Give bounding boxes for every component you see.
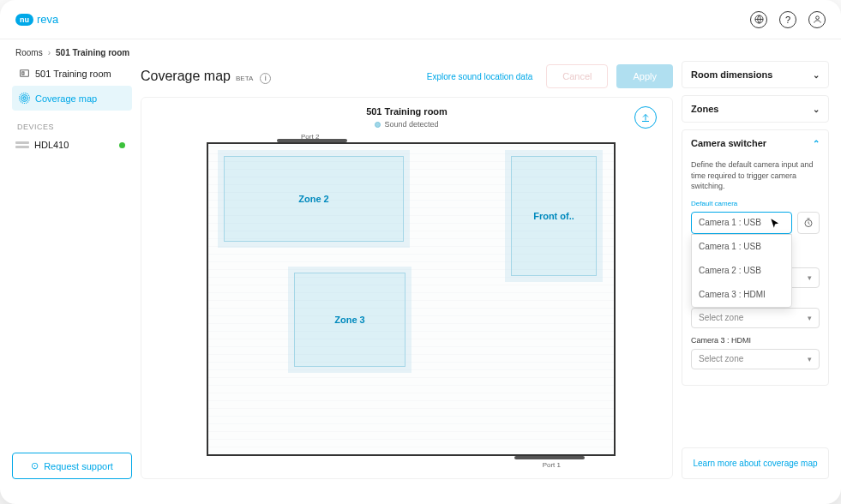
- sidebar-item-label: Coverage map: [35, 93, 97, 104]
- sidebar-item-coverage[interactable]: Coverage map: [12, 86, 132, 111]
- default-camera-label: Default camera: [691, 199, 820, 208]
- accordion-title: Zones: [691, 104, 718, 114]
- support-label: Request support: [44, 461, 113, 471]
- status-dot-icon: [119, 142, 125, 148]
- zone-label: Front of..: [533, 211, 574, 221]
- select-placeholder: Select zone: [699, 312, 743, 324]
- accordion-camera-switcher: Camera switcher ⌃ Define the default cam…: [682, 129, 829, 386]
- help-icon[interactable]: ?: [779, 11, 796, 28]
- default-camera-select[interactable]: Camera 1 : USB Camera 1 : USB Camera 2 :…: [691, 212, 792, 234]
- device-name: HDL410: [34, 140, 69, 150]
- learn-more-link[interactable]: Learn more about coverage map: [682, 447, 829, 479]
- dropdown-option[interactable]: Camera 3 : HDMI: [692, 283, 791, 307]
- logo-text: reva: [37, 13, 58, 26]
- caret-down-icon: [808, 312, 812, 324]
- svg-point-4: [23, 97, 26, 99]
- accordion-title: Room dimensions: [691, 69, 772, 80]
- clock-icon: [803, 218, 814, 228]
- zone-label: Zone 2: [298, 194, 328, 204]
- chevron-right-icon: ›: [48, 48, 51, 57]
- chevron-down-icon: ⌄: [813, 105, 820, 114]
- breadcrumb-root[interactable]: Rooms: [15, 48, 43, 57]
- canvas-card: 501 Training room Sound detected Port 2 …: [141, 97, 673, 479]
- chevron-down-icon: ⌄: [813, 70, 820, 80]
- main-header: Coverage map BETA i Explore sound locati…: [141, 61, 673, 97]
- devices-heading: DEVICES: [17, 123, 132, 131]
- device-row[interactable]: HDL410: [12, 136, 132, 153]
- info-icon[interactable]: i: [260, 73, 271, 84]
- main-column: Coverage map BETA i Explore sound locati…: [141, 61, 673, 479]
- dropdown-option[interactable]: Camera 2 : USB: [692, 259, 791, 283]
- topbar-actions: ?: [750, 11, 826, 28]
- room-icon: [19, 68, 30, 79]
- accordion-title: Camera switcher: [691, 138, 766, 148]
- zone-2[interactable]: Zone 2: [224, 156, 404, 242]
- coverage-icon: [19, 93, 30, 104]
- upload-icon: [640, 112, 651, 123]
- device-bar-icon: [15, 141, 29, 148]
- page-title: Coverage map: [141, 69, 231, 84]
- logo-bubble: nu: [15, 14, 33, 26]
- sidebar-item-label: 501 Training room: [35, 69, 111, 79]
- support-icon: ⊙: [31, 460, 39, 471]
- explore-link[interactable]: Explore sound location data: [427, 72, 532, 81]
- brand-logo: nu reva: [15, 13, 58, 26]
- language-icon[interactable]: [750, 11, 767, 28]
- canvas-room-name: 501 Training room: [157, 106, 657, 117]
- zone-front[interactable]: Front of..: [511, 156, 597, 276]
- zone-label: Zone 3: [334, 315, 364, 325]
- legend-label: Sound detected: [384, 120, 438, 129]
- timer-button[interactable]: [797, 212, 820, 234]
- sidebar: 501 Training room Coverage map DEVICES H…: [12, 61, 132, 479]
- svg-point-1: [815, 16, 819, 20]
- beta-badge: BETA: [236, 75, 253, 82]
- upload-button[interactable]: [634, 106, 657, 129]
- camera2-zone-select[interactable]: Select zone: [691, 308, 820, 328]
- port1-label: Port 1: [543, 461, 561, 469]
- request-support-button[interactable]: ⊙ Request support: [12, 453, 132, 479]
- topbar: nu reva ?: [0, 0, 841, 39]
- breadcrumb-current: 501 Training room: [56, 48, 129, 57]
- camera3-zone-select[interactable]: Select zone: [691, 349, 820, 369]
- svg-point-5: [21, 95, 28, 102]
- camera3-label: Camera 3 : HDMI: [691, 335, 820, 346]
- sidebar-item-room[interactable]: 501 Training room: [12, 61, 132, 86]
- caret-down-icon: [808, 353, 812, 365]
- dropdown-option[interactable]: Camera 1 : USB: [692, 235, 791, 259]
- accordion-body: Define the default camera input and time…: [682, 156, 828, 385]
- map-area[interactable]: Port 2 Zone 2 Front of.. Zone 3: [157, 135, 657, 466]
- svg-rect-3: [22, 72, 24, 75]
- right-panel: Room dimensions ⌄ Zones ⌄ Camera switche…: [682, 61, 829, 479]
- select-placeholder: Select zone: [699, 353, 743, 365]
- room-box: Zone 2 Front of.. Zone 3: [207, 142, 616, 456]
- breadcrumb: Rooms › 501 Training room: [0, 39, 841, 61]
- user-icon[interactable]: [808, 11, 826, 28]
- legend: Sound detected: [157, 120, 657, 129]
- port1-bar: [514, 456, 585, 459]
- zone-3[interactable]: Zone 3: [294, 273, 405, 367]
- apply-button[interactable]: Apply: [616, 64, 673, 88]
- legend-dot-icon: [375, 122, 381, 128]
- app-window: nu reva ? Rooms › 501 Training room 501 …: [0, 0, 841, 504]
- switcher-description: Define the default camera input and time…: [691, 159, 820, 192]
- accordion-header[interactable]: Camera switcher ⌃: [682, 130, 828, 156]
- accordion-room-dimensions[interactable]: Room dimensions ⌄: [682, 61, 829, 88]
- chevron-up-icon: ⌃: [813, 139, 820, 148]
- caret-down-icon: [808, 272, 812, 284]
- accordion-zones[interactable]: Zones ⌄: [682, 95, 829, 123]
- selected-option: Camera 1 : USB: [699, 217, 761, 229]
- dropdown-menu: Camera 1 : USB Camera 2 : USB Camera 3 :…: [691, 234, 792, 308]
- cursor-icon: [769, 218, 781, 230]
- cancel-button[interactable]: Cancel: [546, 64, 608, 88]
